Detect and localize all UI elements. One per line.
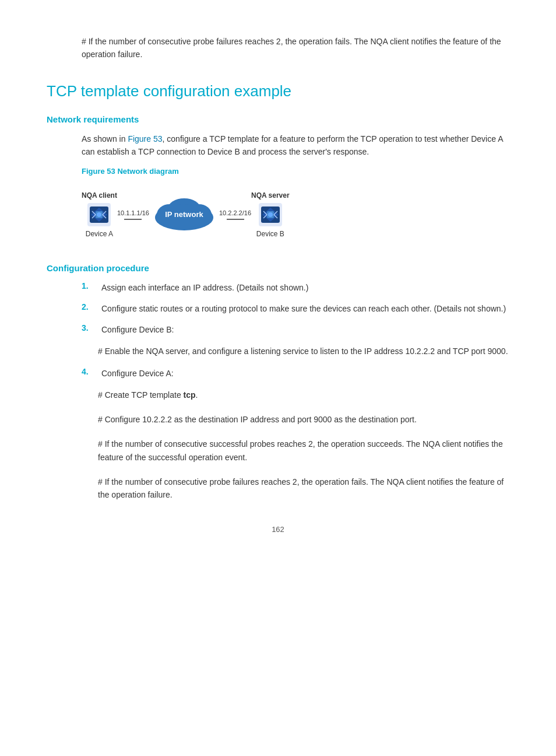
right-device-name: Device B <box>256 230 284 238</box>
step-4-note-4: # If the number of consecutive probe fai… <box>47 475 509 502</box>
page-number: 162 <box>47 525 509 534</box>
left-device-block: NQA client Device A <box>82 191 117 238</box>
intro-paragraph: # If the number of consecutive probe fai… <box>47 35 509 61</box>
step-4-text: Configure Device A: <box>101 367 509 380</box>
svg-point-4 <box>97 212 101 217</box>
main-section-title: TCP template configuration example <box>47 82 509 100</box>
network-requirements-section: Network requirements As shown in Figure … <box>47 114 509 247</box>
right-device-block: NQA server Device B <box>251 191 290 238</box>
network-requirements-subtitle: Network requirements <box>47 114 509 124</box>
left-connector <box>124 219 142 220</box>
step-4-note-2: # Configure 10.2.2.2 as the destination … <box>47 413 509 426</box>
left-ip-label: 10.1.1.1/16 <box>117 209 149 216</box>
config-procedure-section: Configuration procedure 1. Assign each i… <box>47 263 509 502</box>
ip-network-label: IP network <box>165 210 203 219</box>
left-device-icon <box>86 202 112 228</box>
step-1-number: 1. <box>82 281 98 290</box>
svg-point-18 <box>268 212 273 217</box>
figure-label: Figure 53 Network diagram <box>47 167 509 176</box>
steps-list: 1. Assign each interface an IP address. … <box>47 281 509 337</box>
step-4-list: 4. Configure Device A: <box>47 367 509 380</box>
step-3-note: # Enable the NQA server, and configure a… <box>47 345 509 358</box>
step-3-number: 3. <box>82 323 98 332</box>
left-device-label: NQA client <box>82 191 117 200</box>
tcp-bold: tcp <box>184 390 196 400</box>
right-ip-label: 10.2.2.2/16 <box>219 209 251 216</box>
right-device-icon <box>258 202 283 228</box>
network-requirements-body: As shown in Figure 53, configure a TCP t… <box>47 132 509 159</box>
step-3: 3. Configure Device B: <box>82 323 509 336</box>
step-4-note-1: # Create TCP template tcp. <box>47 388 509 401</box>
right-connector <box>227 219 244 220</box>
step-1: 1. Assign each interface an IP address. … <box>82 281 509 294</box>
step-4: 4. Configure Device A: <box>82 367 509 380</box>
step-4-number: 4. <box>82 367 98 376</box>
figure-53-link[interactable]: Figure 53 <box>128 134 162 144</box>
step-4-note-3: # If the number of consecutive successfu… <box>47 438 509 464</box>
network-diagram: NQA client Device A <box>47 183 509 247</box>
left-device-name: Device A <box>86 230 113 238</box>
step-1-text: Assign each interface an IP address. (De… <box>101 281 509 294</box>
intro-text: # If the number of consecutive probe fai… <box>82 37 501 59</box>
step-2-number: 2. <box>82 302 98 312</box>
config-procedure-subtitle: Configuration procedure <box>47 263 509 273</box>
right-device-label: NQA server <box>251 191 290 200</box>
step-3-text: Configure Device B: <box>101 323 509 336</box>
ip-network-cloud: IP network <box>149 197 219 232</box>
step-2: 2. Configure static routes or a routing … <box>82 302 509 315</box>
step-2-text: Configure static routes or a routing pro… <box>101 302 509 315</box>
